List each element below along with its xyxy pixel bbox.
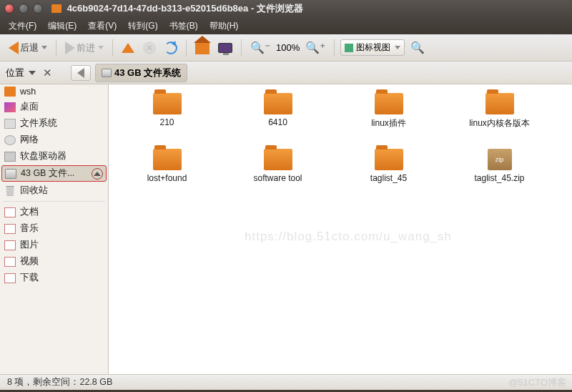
zoom-out-icon: 🔍⁻ xyxy=(250,41,270,54)
sidebar-item-label: 图片 xyxy=(20,239,39,251)
separator xyxy=(112,39,113,57)
sidebar-item-label: 网络 xyxy=(20,134,39,146)
file-label: linux插件 xyxy=(371,117,406,129)
content-area[interactable]: https://blog.51cto.com/u_wang_sh 2106410… xyxy=(109,84,572,374)
home-icon xyxy=(195,41,209,54)
sidebar-item-label: 音乐 xyxy=(20,222,39,235)
eject-icon[interactable] xyxy=(92,168,103,180)
menu-edit[interactable]: 编辑(E) xyxy=(42,18,82,34)
folder-icon xyxy=(4,87,16,97)
close-icon[interactable] xyxy=(4,4,14,14)
arrow-left-icon xyxy=(9,41,19,54)
computer-button[interactable] xyxy=(215,41,235,54)
sidebar-item-filesystem[interactable]: 文件系统 xyxy=(0,115,108,132)
file-item[interactable]: software tool xyxy=(222,146,333,202)
menu-bookmarks[interactable]: 书签(B) xyxy=(164,18,204,34)
chevron-down-icon xyxy=(41,46,47,49)
folder-icon xyxy=(375,149,403,170)
maximize-icon[interactable] xyxy=(33,4,43,14)
chevron-down-icon[interactable] xyxy=(29,71,36,75)
file-label: taglist_45 xyxy=(370,173,407,183)
path-label: 43 GB 文件系统 xyxy=(114,67,181,79)
menu-view[interactable]: 查看(V) xyxy=(82,18,122,34)
sidebar-item-label: 下载 xyxy=(20,272,39,284)
zoom-out-button[interactable]: 🔍⁻ xyxy=(247,39,273,56)
search-button[interactable]: 🔍 xyxy=(408,39,428,56)
sidebar-item-downloads[interactable]: 下载 xyxy=(0,270,108,286)
sidebar: wsh 桌面 文件系统 网络 软盘驱动器 43 GB 文件... 回收站 文档 … xyxy=(0,84,109,374)
arrow-right-icon xyxy=(65,41,75,54)
trash-icon xyxy=(4,186,16,196)
file-item[interactable]: lost+found xyxy=(112,146,222,202)
pictures-icon xyxy=(4,240,16,250)
sidebar-item-wsh[interactable]: wsh xyxy=(0,84,108,99)
sidebar-item-label: 回收站 xyxy=(20,185,48,197)
file-label: 210 xyxy=(159,117,174,127)
sidebar-item-label: 桌面 xyxy=(20,101,39,113)
forward-button: 前进 xyxy=(62,40,107,56)
file-item[interactable]: 6410 xyxy=(222,90,333,146)
search-icon: 🔍 xyxy=(410,41,425,54)
desktop-icon xyxy=(4,102,16,112)
file-item[interactable]: linux插件 xyxy=(333,90,444,146)
sidebar-item-music[interactable]: 音乐 xyxy=(0,220,108,237)
hdd-icon xyxy=(5,169,16,179)
sidebar-item-label: 文档 xyxy=(20,206,39,218)
menu-help[interactable]: 帮助(H) xyxy=(204,18,245,34)
chevron-down-icon xyxy=(395,46,400,49)
documents-icon xyxy=(4,207,16,217)
sidebar-item-trash[interactable]: 回收站 xyxy=(0,182,108,199)
sidebar-separator xyxy=(3,201,105,202)
separator xyxy=(186,39,187,57)
zoom-in-button[interactable]: 🔍⁺ xyxy=(302,39,328,56)
back-button[interactable]: 后退 xyxy=(6,40,50,56)
sidebar-item-desktop[interactable]: 桌面 xyxy=(0,99,108,115)
folder-icon xyxy=(153,93,182,114)
reload-button[interactable] xyxy=(162,40,180,56)
home-button[interactable] xyxy=(192,40,212,56)
sidebar-item-label: 43 GB 文件... xyxy=(21,167,74,180)
downloads-icon xyxy=(4,273,16,283)
file-label: lost+found xyxy=(147,173,187,183)
file-label: linux内核各版本 xyxy=(469,117,530,129)
sidebar-item-network[interactable]: 网络 xyxy=(0,132,108,148)
monitor-icon xyxy=(218,43,232,53)
file-label: 6410 xyxy=(268,117,287,127)
network-icon xyxy=(4,135,16,145)
toolbar: 后退 前进 ✕ 🔍⁻ 100% 🔍⁺ 图标视图 🔍 xyxy=(0,34,572,62)
menu-go[interactable]: 转到(G) xyxy=(122,18,163,34)
file-item[interactable]: linux内核各版本 xyxy=(444,90,555,146)
up-button[interactable] xyxy=(119,41,137,54)
path-back-button[interactable] xyxy=(71,65,91,81)
status-text: 8 项，剩余空间：22.8 GB xyxy=(7,376,112,388)
view-mode-select[interactable]: 图标视图 xyxy=(340,39,405,56)
sidebar-item-floppy[interactable]: 软盘驱动器 xyxy=(0,148,108,165)
back-label: 后退 xyxy=(20,41,39,54)
close-panel-icon[interactable]: ✕ xyxy=(43,67,52,79)
view-mode-label: 图标视图 xyxy=(356,41,390,54)
menu-file[interactable]: 文件(F) xyxy=(3,18,42,34)
file-item[interactable]: taglist_45 xyxy=(333,146,444,202)
stop-icon: ✕ xyxy=(143,41,156,54)
titlebar: 4c6b9024-7d14-47dd-b313-e52015d6b8ea - 文… xyxy=(0,0,572,17)
file-item[interactable]: 210 xyxy=(112,90,222,146)
sidebar-item-43gb[interactable]: 43 GB 文件... xyxy=(1,165,107,182)
folder-icon xyxy=(51,4,61,13)
sidebar-item-videos[interactable]: 视频 xyxy=(0,253,108,270)
sidebar-item-documents[interactable]: 文档 xyxy=(0,204,108,220)
sidebar-item-pictures[interactable]: 图片 xyxy=(0,237,108,253)
chevron-down-icon xyxy=(98,46,104,49)
music-icon xyxy=(4,224,16,234)
minimize-icon[interactable] xyxy=(19,4,29,14)
statusbar: 8 项，剩余空间：22.8 GB xyxy=(0,374,572,390)
file-item[interactable]: ziptaglist_45.zip xyxy=(444,146,555,202)
location-bar: 位置 ✕ 43 GB 文件系统 xyxy=(0,62,572,84)
path-button[interactable]: 43 GB 文件系统 xyxy=(95,64,187,82)
reload-icon xyxy=(164,41,177,54)
floppy-icon xyxy=(4,152,16,162)
folder-icon xyxy=(264,149,292,170)
forward-label: 前进 xyxy=(77,41,95,54)
separator xyxy=(334,39,335,57)
sidebar-item-label: 软盘驱动器 xyxy=(20,150,66,162)
stop-button: ✕ xyxy=(140,40,159,56)
